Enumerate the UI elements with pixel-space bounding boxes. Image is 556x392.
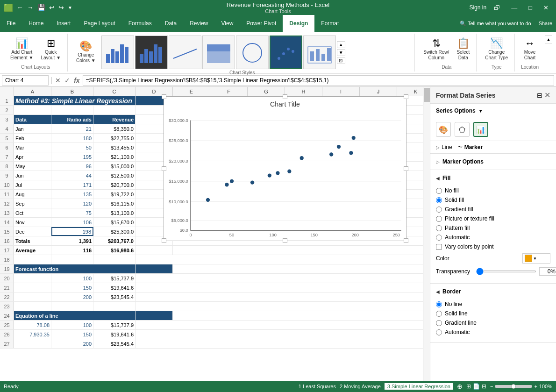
zoom-slider-thumb[interactable]: [511, 384, 516, 389]
change-chart-type-btn[interactable]: 📉 ChangeChart Type: [482, 36, 511, 63]
data-point-aug[interactable]: [300, 156, 304, 160]
chart-handle-tl[interactable]: [162, 94, 166, 99]
chart-style-4[interactable]: [202, 36, 235, 69]
chart-handle-rc[interactable]: [404, 166, 408, 171]
cell-b27[interactable]: 200: [51, 339, 93, 348]
cell-b20[interactable]: 100: [51, 274, 93, 283]
data-point-jul[interactable]: [329, 152, 333, 156]
data-point-dec[interactable]: [352, 136, 356, 140]
data-point-feb[interactable]: [337, 145, 341, 149]
fill-solid-radio[interactable]: [436, 197, 442, 203]
select-data-btn[interactable]: 📋 SelectData: [454, 36, 472, 63]
fill-option-automatic[interactable]: Automatic: [436, 233, 550, 242]
cell-a1[interactable]: Method #3: Simple Linear Regression: [14, 96, 135, 105]
tab-insert[interactable]: Insert: [50, 15, 77, 32]
marker-options-header[interactable]: ▷ Marker Options: [436, 157, 550, 167]
sheet-add-btn[interactable]: ⊕: [457, 383, 463, 390]
quick-access-save[interactable]: 💾: [37, 4, 45, 11]
data-point-nov[interactable]: [276, 171, 279, 175]
cell-a24[interactable]: Equation of a line: [14, 311, 135, 320]
marker-toggle[interactable]: 〜 Marker: [458, 144, 483, 150]
tab-home[interactable]: Home: [22, 15, 50, 32]
col-header-g[interactable]: G: [248, 87, 285, 96]
cell-c13[interactable]: $13,100.0: [93, 208, 135, 217]
chart-style-7[interactable]: [303, 36, 336, 69]
col-header-j[interactable]: J: [360, 87, 397, 96]
chart-handle-br[interactable]: [404, 238, 408, 243]
col-header-d[interactable]: D: [135, 87, 173, 96]
ribbon-collapse-btn[interactable]: ▲: [545, 34, 552, 71]
scrollbar-thumb[interactable]: [424, 88, 430, 102]
cell-a8[interactable]: May: [14, 162, 51, 171]
col-header-a[interactable]: A: [14, 87, 51, 96]
border-option-no-line[interactable]: No line: [436, 299, 550, 309]
fill-pattern-radio[interactable]: [436, 225, 442, 231]
cell-a11[interactable]: Aug: [14, 190, 51, 199]
cell-b25[interactable]: 100: [51, 321, 93, 329]
fill-option-pattern[interactable]: Pattern fill: [436, 223, 550, 233]
cell-c16[interactable]: $203,767.0: [93, 236, 135, 245]
data-point-may[interactable]: [268, 173, 271, 177]
panel-expand-icon[interactable]: ⊟: [537, 92, 542, 99]
data-point-jan[interactable]: [206, 198, 210, 202]
line-toggle[interactable]: ▷ Line: [436, 144, 452, 150]
fill-option-solid[interactable]: Solid fill: [436, 195, 550, 205]
quick-access-forward[interactable]: →: [27, 4, 34, 11]
cell-b8[interactable]: 96: [51, 162, 93, 171]
col-header-c[interactable]: C: [93, 87, 135, 96]
fill-section-header[interactable]: ◀ Fill: [436, 173, 550, 183]
quick-access-back[interactable]: ←: [17, 4, 23, 11]
border-option-solid[interactable]: Solid line: [436, 309, 550, 318]
cell-c26[interactable]: $19,641.6: [93, 330, 135, 339]
cell-a25[interactable]: 78.08: [14, 321, 51, 329]
cell-a4[interactable]: Jan: [14, 124, 51, 133]
col-header-e[interactable]: E: [173, 87, 210, 96]
panel-close-btn[interactable]: ✕: [544, 91, 550, 100]
normal-view-btn[interactable]: ⊞: [466, 383, 471, 390]
chart-style-5[interactable]: [236, 36, 269, 69]
cell-b6[interactable]: 50: [51, 143, 93, 152]
cell-b23[interactable]: [51, 302, 93, 311]
cell-c21[interactable]: $19,641.6: [93, 283, 135, 292]
border-solid-radio[interactable]: [436, 311, 442, 317]
cell-a26[interactable]: 7,930.35: [14, 330, 51, 339]
sheet-tab-1[interactable]: 1.Least Squares: [299, 384, 336, 389]
formula-input[interactable]: [83, 75, 554, 86]
tab-format[interactable]: Format: [314, 15, 345, 32]
zoom-in-btn[interactable]: +: [534, 384, 537, 389]
data-point-sep[interactable]: [287, 170, 291, 173]
tab-power-pivot[interactable]: Power Pivot: [240, 15, 283, 32]
quick-access-redo[interactable]: ↪: [58, 4, 64, 11]
chart-handle-tr[interactable]: [404, 94, 408, 99]
bar-chart-icon-btn[interactable]: 📊: [473, 122, 488, 137]
tell-me-btn[interactable]: 🔍 Tell me what you want to do: [456, 15, 535, 32]
cell-c7[interactable]: $21,100.0: [93, 152, 135, 161]
fill-option-picture[interactable]: Picture or texture fill: [436, 214, 550, 223]
cell-a2[interactable]: [14, 106, 51, 114]
vary-colors-checkbox[interactable]: [436, 244, 442, 250]
cell-b21[interactable]: 150: [51, 283, 93, 292]
formula-cancel-icon[interactable]: ✕: [54, 76, 62, 85]
sheet-tab-3[interactable]: 3.Simple Linear Regression: [385, 383, 453, 390]
cell-b9[interactable]: 44: [51, 171, 93, 180]
cell-c3[interactable]: Revenue: [93, 115, 135, 124]
gallery-scroll-down[interactable]: ▼: [337, 49, 345, 56]
cell-c9[interactable]: $12,500.0: [93, 171, 135, 180]
cell-a3[interactable]: Data: [14, 115, 51, 124]
name-box[interactable]: [2, 75, 49, 86]
tab-page-layout[interactable]: Page Layout: [77, 15, 121, 32]
fill-option-gradient[interactable]: Gradient fill: [436, 205, 550, 214]
window-close-btn[interactable]: ✕: [540, 3, 552, 12]
gallery-more[interactable]: ⊡: [337, 57, 345, 64]
sheet-tab-2[interactable]: 2.Moving Average: [340, 384, 381, 389]
tab-view[interactable]: View: [215, 15, 240, 32]
col-header-f[interactable]: F: [210, 87, 248, 96]
chart-style-6[interactable]: [270, 36, 302, 69]
cell-a23[interactable]: [14, 302, 51, 311]
fill-color-icon-btn[interactable]: 🎨: [436, 122, 451, 137]
tab-formulas[interactable]: Formulas: [122, 15, 158, 32]
transparency-slider[interactable]: [476, 271, 536, 272]
cell-c10[interactable]: $20,700.0: [93, 180, 135, 189]
cell-c27[interactable]: $23,545.4: [93, 339, 135, 348]
cell-a9[interactable]: Jun: [14, 171, 51, 180]
